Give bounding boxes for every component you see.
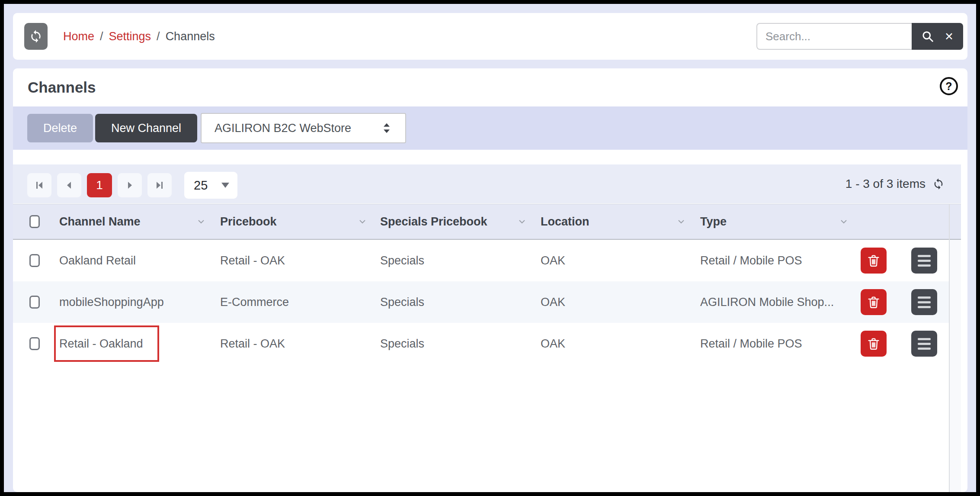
skip-to-end-icon (154, 180, 165, 190)
column-header-channel-name[interactable]: Channel Name (59, 204, 141, 239)
cell-specials-pricebook: Specials (380, 281, 424, 323)
row-menu-button[interactable] (911, 289, 937, 315)
cell-channel-name: Oakland Retail (59, 240, 136, 281)
previous-page-button[interactable] (57, 173, 81, 197)
delete-row-button[interactable] (861, 289, 887, 315)
cell-location: OAK (541, 240, 565, 281)
hamburger-menu-icon (918, 338, 931, 350)
row-checkbox[interactable] (29, 337, 40, 350)
trash-icon (866, 295, 881, 309)
store-selector-value: AGILIRON B2C WebStore (215, 122, 351, 135)
cell-specials-pricebook: Specials (380, 240, 424, 281)
search-icon (921, 30, 934, 43)
chevron-down-icon[interactable] (518, 217, 526, 226)
page-size-value: 25 (194, 178, 208, 193)
cell-channel-name: Retail - Oakland (59, 323, 143, 364)
search-button[interactable] (921, 30, 934, 43)
new-channel-button[interactable]: New Channel (95, 114, 197, 142)
cell-pricebook: Retail - OAK (220, 240, 285, 281)
up-down-spinner-icon (381, 122, 392, 134)
app-window: Home / Settings / Channels ✕ Channels (0, 0, 980, 496)
top-bar: Home / Settings / Channels ✕ (13, 13, 967, 60)
breadcrumb-home[interactable]: Home (63, 30, 94, 43)
close-icon: ✕ (945, 31, 954, 42)
breadcrumb-separator: / (100, 30, 103, 43)
column-header-specials-pricebook[interactable]: Specials Pricebook (380, 204, 487, 239)
table-header: Channel Name Pricebook Specials Priceboo… (13, 204, 961, 240)
cell-type: Retail / Mobile POS (700, 323, 802, 364)
cell-type: Retail / Mobile POS (700, 240, 802, 281)
chevron-down-icon[interactable] (197, 217, 205, 226)
skip-to-start-icon (34, 180, 45, 190)
refresh-page-button[interactable] (24, 23, 48, 50)
chevron-down-icon[interactable] (358, 217, 367, 226)
refresh-list-button[interactable] (932, 178, 945, 190)
delete-row-button[interactable] (861, 331, 887, 357)
cell-type: AGILIRON Mobile Shop... (700, 281, 834, 323)
first-page-button[interactable] (27, 173, 51, 197)
toolbar: Delete New Channel AGILIRON B2C WebStore (13, 106, 967, 150)
cell-pricebook: Retail - OAK (220, 323, 285, 364)
items-info: 1 - 3 of 3 items (845, 164, 945, 203)
sync-icon (932, 178, 945, 190)
next-triangle-icon (125, 180, 135, 190)
row-menu-button[interactable] (911, 331, 937, 357)
table-right-gutter (950, 240, 961, 492)
column-header-type[interactable]: Type (700, 204, 727, 239)
row-checkbox[interactable] (29, 254, 40, 267)
column-header-pricebook[interactable]: Pricebook (220, 204, 277, 239)
column-header-location[interactable]: Location (541, 204, 589, 239)
question-mark-icon: ? (945, 81, 952, 92)
row-checkbox[interactable] (29, 296, 40, 309)
clear-search-button[interactable]: ✕ (945, 31, 954, 42)
delete-button[interactable]: Delete (27, 114, 93, 142)
search-group: ✕ (756, 23, 963, 50)
breadcrumb-separator: / (157, 30, 160, 43)
next-page-button[interactable] (118, 173, 142, 197)
pager: 1 25 (27, 172, 237, 199)
current-page-button[interactable]: 1 (87, 173, 112, 197)
pagination-bar: 1 25 1 - 3 of 3 items (13, 164, 961, 203)
chevron-down-icon[interactable] (839, 217, 848, 226)
breadcrumb-current-channels: Channels (166, 30, 215, 43)
breadcrumb: Home / Settings / Channels (63, 13, 215, 60)
help-button[interactable]: ? (940, 77, 958, 95)
hamburger-menu-icon (918, 255, 931, 267)
cell-location: OAK (541, 323, 565, 364)
page-title: Channels (28, 68, 96, 106)
chevron-down-icon (221, 183, 229, 188)
cell-channel-name: mobileShoppingApp (59, 281, 164, 323)
chevron-down-icon[interactable] (677, 217, 685, 226)
store-selector[interactable]: AGILIRON B2C WebStore (201, 113, 406, 143)
table-row[interactable]: Oakland Retail Retail - OAK Specials OAK… (13, 240, 949, 281)
cell-specials-pricebook: Specials (380, 323, 424, 364)
channels-panel: Channels ? Delete New Channel AGILIRON B… (13, 68, 967, 492)
hamburger-menu-icon (918, 296, 931, 308)
cell-pricebook: E-Commerce (220, 281, 289, 323)
last-page-button[interactable] (147, 173, 172, 197)
items-range-label: 1 - 3 of 3 items (845, 177, 926, 191)
row-menu-button[interactable] (911, 248, 937, 274)
search-input[interactable] (756, 23, 912, 50)
delete-row-button[interactable] (861, 248, 887, 274)
page-size-selector[interactable]: 25 (184, 172, 237, 199)
breadcrumb-settings[interactable]: Settings (109, 30, 151, 43)
table-row[interactable]: mobileShoppingApp E-Commerce Specials OA… (13, 281, 949, 323)
previous-triangle-icon (64, 180, 74, 190)
table-row[interactable]: Retail - Oakland Retail - OAK Specials O… (13, 323, 949, 364)
cell-location: OAK (541, 281, 565, 323)
sync-icon (29, 29, 43, 43)
select-all-checkbox[interactable] (29, 215, 40, 228)
trash-icon (866, 336, 881, 351)
trash-icon (866, 253, 881, 268)
search-actions: ✕ (912, 23, 963, 50)
